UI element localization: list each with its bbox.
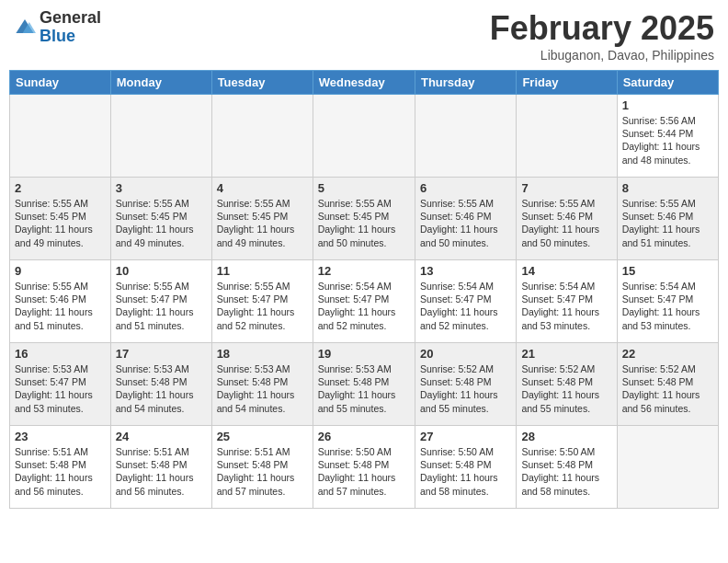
weekday-header-saturday: Saturday	[617, 71, 718, 95]
day-info: Sunrise: 5:52 AM Sunset: 5:48 PM Dayligh…	[521, 362, 611, 415]
day-info: Sunrise: 5:54 AM Sunset: 5:47 PM Dayligh…	[622, 280, 713, 332]
day-info: Sunrise: 5:50 AM Sunset: 5:48 PM Dayligh…	[318, 445, 410, 498]
calendar-cell: 10Sunrise: 5:55 AM Sunset: 5:47 PM Dayli…	[110, 260, 211, 343]
day-number: 7	[521, 181, 611, 195]
calendar-table: SundayMondayTuesdayWednesdayThursdayFrid…	[9, 70, 719, 509]
calendar-cell	[10, 95, 111, 178]
day-info: Sunrise: 5:53 AM Sunset: 5:48 PM Dayligh…	[116, 362, 207, 415]
day-number: 26	[318, 430, 410, 443]
location: Libuganon, Davao, Philippines	[490, 48, 714, 63]
calendar-cell: 16Sunrise: 5:53 AM Sunset: 5:47 PM Dayli…	[10, 343, 111, 426]
calendar-cell	[110, 95, 211, 178]
calendar-cell: 11Sunrise: 5:55 AM Sunset: 5:47 PM Dayli…	[211, 260, 313, 343]
day-number: 19	[318, 347, 410, 361]
calendar-cell: 27Sunrise: 5:50 AM Sunset: 5:48 PM Dayli…	[415, 426, 516, 509]
weekday-header-friday: Friday	[517, 71, 617, 95]
logo-icon	[14, 17, 36, 39]
calendar-cell: 9Sunrise: 5:55 AM Sunset: 5:46 PM Daylig…	[10, 260, 111, 343]
calendar-cell: 12Sunrise: 5:54 AM Sunset: 5:47 PM Dayli…	[313, 260, 415, 343]
day-info: Sunrise: 5:54 AM Sunset: 5:47 PM Dayligh…	[420, 280, 511, 332]
day-info: Sunrise: 5:55 AM Sunset: 5:46 PM Dayligh…	[521, 197, 611, 249]
day-number: 10	[116, 264, 207, 278]
day-info: Sunrise: 5:55 AM Sunset: 5:47 PM Dayligh…	[217, 280, 308, 332]
day-number: 8	[622, 181, 713, 195]
day-number: 24	[116, 430, 207, 443]
calendar-header-row: SundayMondayTuesdayWednesdayThursdayFrid…	[10, 71, 719, 95]
day-info: Sunrise: 5:55 AM Sunset: 5:45 PM Dayligh…	[116, 197, 207, 249]
week-row-4: 16Sunrise: 5:53 AM Sunset: 5:47 PM Dayli…	[10, 343, 719, 426]
calendar-cell: 26Sunrise: 5:50 AM Sunset: 5:48 PM Dayli…	[313, 426, 415, 509]
day-info: Sunrise: 5:51 AM Sunset: 5:48 PM Dayligh…	[116, 445, 207, 498]
day-info: Sunrise: 5:50 AM Sunset: 5:48 PM Dayligh…	[521, 445, 611, 498]
day-info: Sunrise: 5:52 AM Sunset: 5:48 PM Dayligh…	[622, 362, 713, 415]
day-number: 2	[15, 181, 106, 195]
calendar-cell: 1Sunrise: 5:56 AM Sunset: 5:44 PM Daylig…	[617, 95, 718, 178]
day-number: 13	[420, 264, 511, 278]
calendar-cell: 8Sunrise: 5:55 AM Sunset: 5:46 PM Daylig…	[617, 178, 718, 260]
day-number: 23	[15, 430, 106, 443]
page-header: General Blue February 2025 Libuganon, Da…	[9, 9, 719, 63]
day-info: Sunrise: 5:55 AM Sunset: 5:45 PM Dayligh…	[217, 197, 308, 249]
day-info: Sunrise: 5:53 AM Sunset: 5:48 PM Dayligh…	[318, 362, 410, 415]
day-info: Sunrise: 5:54 AM Sunset: 5:47 PM Dayligh…	[318, 280, 410, 332]
day-number: 21	[521, 347, 611, 361]
calendar-cell: 19Sunrise: 5:53 AM Sunset: 5:48 PM Dayli…	[313, 343, 415, 426]
calendar-cell	[211, 95, 313, 178]
day-number: 28	[521, 430, 611, 443]
day-number: 22	[622, 347, 713, 361]
weekday-header-monday: Monday	[110, 71, 211, 95]
day-info: Sunrise: 5:52 AM Sunset: 5:48 PM Dayligh…	[420, 362, 511, 415]
day-number: 16	[15, 347, 106, 361]
day-info: Sunrise: 5:50 AM Sunset: 5:48 PM Dayligh…	[420, 445, 511, 498]
calendar-cell: 5Sunrise: 5:55 AM Sunset: 5:45 PM Daylig…	[313, 178, 415, 260]
weekday-header-tuesday: Tuesday	[211, 71, 313, 95]
day-number: 18	[217, 347, 308, 361]
calendar-cell: 2Sunrise: 5:55 AM Sunset: 5:45 PM Daylig…	[10, 178, 111, 260]
day-number: 4	[217, 181, 308, 195]
day-info: Sunrise: 5:55 AM Sunset: 5:45 PM Dayligh…	[15, 197, 106, 249]
calendar-cell: 7Sunrise: 5:55 AM Sunset: 5:46 PM Daylig…	[517, 178, 617, 260]
calendar-cell: 25Sunrise: 5:51 AM Sunset: 5:48 PM Dayli…	[211, 426, 313, 509]
day-number: 14	[521, 264, 611, 278]
calendar-cell: 18Sunrise: 5:53 AM Sunset: 5:48 PM Dayli…	[211, 343, 313, 426]
calendar-cell	[517, 95, 617, 178]
day-number: 11	[217, 264, 308, 278]
calendar-cell: 14Sunrise: 5:54 AM Sunset: 5:47 PM Dayli…	[517, 260, 617, 343]
calendar-cell	[313, 95, 415, 178]
day-number: 1	[622, 98, 713, 112]
calendar-cell: 4Sunrise: 5:55 AM Sunset: 5:45 PM Daylig…	[211, 178, 313, 260]
calendar-cell: 20Sunrise: 5:52 AM Sunset: 5:48 PM Dayli…	[415, 343, 516, 426]
calendar-cell	[617, 426, 718, 509]
day-number: 25	[217, 430, 308, 443]
week-row-2: 2Sunrise: 5:55 AM Sunset: 5:45 PM Daylig…	[10, 178, 719, 260]
day-number: 9	[15, 264, 106, 278]
day-number: 5	[318, 181, 410, 195]
week-row-5: 23Sunrise: 5:51 AM Sunset: 5:48 PM Dayli…	[10, 426, 719, 509]
day-info: Sunrise: 5:51 AM Sunset: 5:48 PM Dayligh…	[15, 445, 106, 498]
day-info: Sunrise: 5:55 AM Sunset: 5:46 PM Dayligh…	[420, 197, 511, 249]
day-info: Sunrise: 5:56 AM Sunset: 5:44 PM Dayligh…	[622, 114, 713, 167]
day-info: Sunrise: 5:55 AM Sunset: 5:46 PM Dayligh…	[622, 197, 713, 249]
day-number: 3	[116, 181, 207, 195]
day-info: Sunrise: 5:54 AM Sunset: 5:47 PM Dayligh…	[521, 280, 611, 332]
day-info: Sunrise: 5:55 AM Sunset: 5:46 PM Dayligh…	[15, 280, 106, 332]
month-title: February 2025	[490, 9, 714, 48]
calendar-cell: 23Sunrise: 5:51 AM Sunset: 5:48 PM Dayli…	[10, 426, 111, 509]
calendar-cell: 6Sunrise: 5:55 AM Sunset: 5:46 PM Daylig…	[415, 178, 516, 260]
calendar-cell: 28Sunrise: 5:50 AM Sunset: 5:48 PM Dayli…	[517, 426, 617, 509]
logo-blue-text: Blue	[40, 27, 75, 45]
day-number: 6	[420, 181, 511, 195]
day-info: Sunrise: 5:53 AM Sunset: 5:47 PM Dayligh…	[15, 362, 106, 415]
week-row-1: 1Sunrise: 5:56 AM Sunset: 5:44 PM Daylig…	[10, 95, 719, 178]
week-row-3: 9Sunrise: 5:55 AM Sunset: 5:46 PM Daylig…	[10, 260, 719, 343]
calendar-cell: 15Sunrise: 5:54 AM Sunset: 5:47 PM Dayli…	[617, 260, 718, 343]
calendar-cell: 21Sunrise: 5:52 AM Sunset: 5:48 PM Dayli…	[517, 343, 617, 426]
calendar-cell	[415, 95, 516, 178]
day-info: Sunrise: 5:51 AM Sunset: 5:48 PM Dayligh…	[217, 445, 308, 498]
day-number: 17	[116, 347, 207, 361]
calendar-cell: 13Sunrise: 5:54 AM Sunset: 5:47 PM Dayli…	[415, 260, 516, 343]
logo-general-text: General	[40, 8, 101, 27]
day-info: Sunrise: 5:55 AM Sunset: 5:47 PM Dayligh…	[116, 280, 207, 332]
day-info: Sunrise: 5:55 AM Sunset: 5:45 PM Dayligh…	[318, 197, 410, 249]
logo: General Blue	[14, 9, 101, 46]
